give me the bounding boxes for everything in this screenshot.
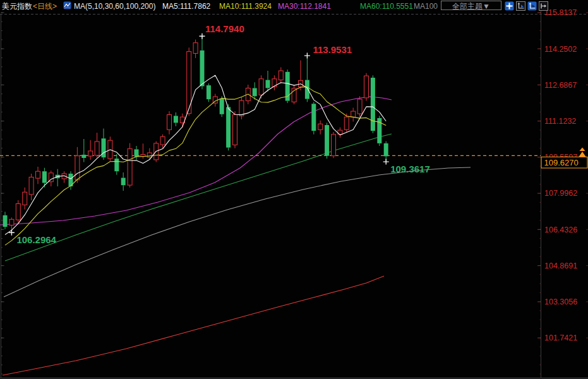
axis-range-icon[interactable] bbox=[516, 1, 525, 11]
svg-text:106.4326: 106.4326 bbox=[544, 226, 577, 234]
ma60-value: MA60:110.5551 bbox=[360, 1, 413, 12]
svg-text:106.2964: 106.2964 bbox=[16, 234, 56, 245]
ma-group-label: MA(5,10,30,60,100,200) bbox=[74, 1, 155, 12]
svg-text:111.1232: 111.1232 bbox=[544, 117, 576, 126]
ma30-value: MA30:112.1841 bbox=[278, 1, 331, 12]
svg-text:103.3056: 103.3056 bbox=[544, 298, 577, 306]
svg-text:109.6270: 109.6270 bbox=[544, 158, 579, 167]
svg-text:107.9962: 107.9962 bbox=[544, 189, 577, 198]
ma10-value: MA10:111.3924 bbox=[219, 1, 272, 12]
svg-text:114.2502: 114.2502 bbox=[544, 45, 577, 54]
chart-window: 115.8137114.2502112.6867111.1232109.5597… bbox=[0, 0, 588, 379]
period-tag: <日线> bbox=[33, 1, 57, 12]
chart-header: 美元指数 <日线> MA(5,10,30,60,100,200) MA5:111… bbox=[0, 0, 588, 14]
instrument-name: 美元指数 bbox=[2, 1, 32, 12]
svg-text:113.9531: 113.9531 bbox=[313, 44, 352, 55]
svg-text:114.7940: 114.7940 bbox=[205, 23, 244, 34]
ma100-label: MA100 bbox=[414, 1, 438, 12]
svg-text:112.6867: 112.6867 bbox=[544, 81, 577, 90]
candlestick-chart[interactable]: 115.8137114.2502112.6867111.1232109.5597… bbox=[0, 0, 588, 379]
ma5-value: MA5:111.7862 bbox=[162, 1, 210, 12]
jump-latest-icon[interactable] bbox=[539, 1, 548, 11]
svg-text:101.7421: 101.7421 bbox=[544, 334, 577, 342]
svg-text:104.8691: 104.8691 bbox=[544, 262, 577, 270]
kline-icon bbox=[63, 1, 71, 9]
svg-text:109.3617: 109.3617 bbox=[390, 164, 430, 174]
pan-icon[interactable] bbox=[505, 1, 514, 11]
chart-canvas[interactable]: 115.8137114.2502112.6867111.1232109.5597… bbox=[0, 0, 588, 379]
axis-autofit-icon[interactable] bbox=[527, 1, 537, 11]
all-themes-button[interactable]: 全部主题▼ bbox=[441, 1, 501, 10]
